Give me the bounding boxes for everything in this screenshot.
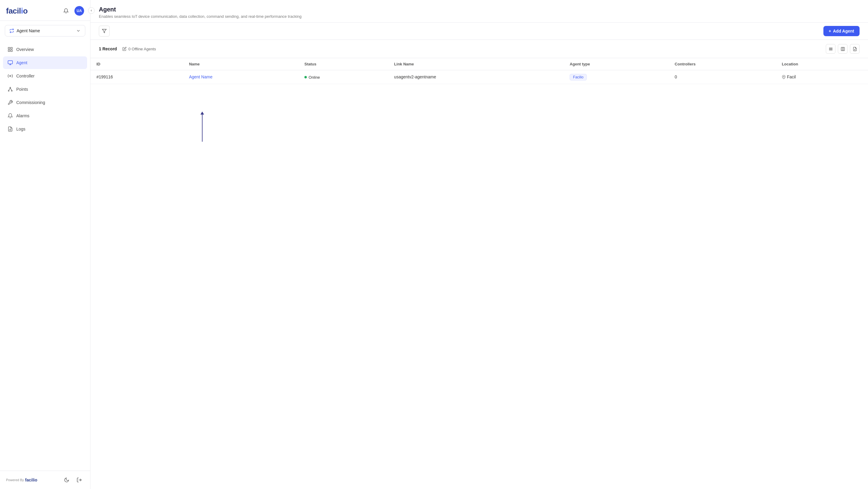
col-status: Status xyxy=(299,58,388,70)
filter-button[interactable] xyxy=(99,26,110,36)
powered-by-logo: facilio xyxy=(25,478,37,482)
dark-mode-button[interactable] xyxy=(62,475,71,485)
add-agent-label: Add Agent xyxy=(833,29,854,33)
cell-controllers: 0 xyxy=(669,70,776,84)
col-location: Location xyxy=(776,58,868,70)
sidebar-item-controller[interactable]: Controller xyxy=(3,70,87,82)
controller-icon xyxy=(7,73,13,79)
svg-point-6 xyxy=(10,87,11,88)
offline-agents-badge[interactable]: 0 Offline Agents xyxy=(122,47,156,51)
sidebar-footer: Powered By facilio xyxy=(0,470,90,489)
table-row: #199116 Agent Name Online usagentv2-agen… xyxy=(90,70,868,84)
table-area: 1 Record 0 Offline Agents xyxy=(90,40,868,489)
add-agent-plus: + xyxy=(829,29,831,33)
agent-name-link[interactable]: Agent Name xyxy=(189,74,213,79)
sidebar-item-logs[interactable]: Logs xyxy=(3,123,87,135)
agent-selector-label: Agent Name xyxy=(17,28,40,33)
col-id: ID xyxy=(90,58,183,70)
edit-icon xyxy=(122,47,127,51)
svg-line-9 xyxy=(9,88,10,90)
svg-rect-3 xyxy=(11,50,12,52)
chevron-down-icon xyxy=(76,28,81,33)
controller-label: Controller xyxy=(16,73,35,79)
add-agent-button[interactable]: + Add Agent xyxy=(824,26,860,36)
agent-type-badge: Facilio xyxy=(569,74,587,81)
rows-filter-icon xyxy=(829,47,833,51)
user-avatar[interactable]: UA xyxy=(74,6,84,16)
sidebar-item-overview[interactable]: Overview xyxy=(3,43,87,56)
page-title: Agent xyxy=(99,6,860,13)
commissioning-icon xyxy=(7,99,13,105)
export-button[interactable] xyxy=(850,44,860,54)
cell-location: Facil xyxy=(776,70,868,84)
location-pin-icon xyxy=(782,75,786,79)
points-label: Points xyxy=(16,87,28,92)
cell-name: Agent Name xyxy=(183,70,299,84)
moon-icon xyxy=(64,477,69,483)
table-header: ID Name Status Link Name Agent type Cont… xyxy=(90,58,868,70)
brand-logo: facilio xyxy=(6,6,28,16)
powered-by-text: Powered By xyxy=(6,478,24,482)
logs-icon xyxy=(7,126,13,132)
sidebar-item-alarms[interactable]: Alarms xyxy=(3,110,87,122)
col-agent-type: Agent type xyxy=(564,58,669,70)
agents-table: ID Name Status Link Name Agent type Cont… xyxy=(90,58,868,84)
sidebar-item-agent[interactable]: Agent xyxy=(3,56,87,69)
status-text: Online xyxy=(309,75,320,80)
commissioning-label: Commissioning xyxy=(16,100,45,105)
svg-point-7 xyxy=(8,90,9,91)
points-icon xyxy=(7,86,13,92)
grid-icon xyxy=(7,47,13,53)
page-header: Agent Enables seamless IoT device commun… xyxy=(90,0,868,23)
table-info-bar: 1 Record 0 Offline Agents xyxy=(90,40,868,58)
record-count: 1 Record xyxy=(99,47,117,51)
cell-id: #199116 xyxy=(90,70,183,84)
collapse-sidebar-button[interactable] xyxy=(88,7,95,14)
switch-icon xyxy=(9,28,14,33)
nav-list: Overview Agent Controller xyxy=(0,41,90,470)
location-text: Facil xyxy=(787,74,796,79)
svg-rect-2 xyxy=(8,50,10,52)
col-name: Name xyxy=(183,58,299,70)
logs-label: Logs xyxy=(16,127,25,131)
filter-icon xyxy=(102,29,107,33)
col-controllers: Controllers xyxy=(669,58,776,70)
filter-rows-button[interactable] xyxy=(826,44,835,54)
annotation-arrow xyxy=(202,115,203,142)
agent-label: Agent xyxy=(16,60,27,65)
sidebar-item-points[interactable]: Points xyxy=(3,83,87,96)
alarms-icon xyxy=(7,113,13,119)
offline-count: 0 Offline Agents xyxy=(128,47,156,51)
svg-marker-14 xyxy=(102,29,106,33)
bell-icon xyxy=(63,8,69,13)
col-link-name: Link Name xyxy=(388,58,564,70)
cell-status: Online xyxy=(299,70,388,84)
svg-rect-4 xyxy=(8,61,13,64)
logout-icon xyxy=(76,477,82,483)
table-body: #199116 Agent Name Online usagentv2-agen… xyxy=(90,70,868,84)
svg-rect-19 xyxy=(841,47,844,50)
agent-name-selector[interactable]: Agent Name xyxy=(5,25,85,36)
alarms-label: Alarms xyxy=(16,113,30,118)
svg-point-23 xyxy=(783,76,784,77)
svg-rect-1 xyxy=(11,47,12,49)
export-icon xyxy=(852,47,857,51)
columns-icon xyxy=(841,47,845,51)
sidebar-item-commissioning[interactable]: Commissioning xyxy=(3,96,87,109)
main-content: Agent Enables seamless IoT device commun… xyxy=(90,0,868,489)
svg-rect-0 xyxy=(8,47,10,49)
cell-agent-type: Facilio xyxy=(564,70,669,84)
cell-link-name: usagentv2-agentname xyxy=(388,70,564,84)
svg-point-8 xyxy=(11,90,12,91)
toolbar: + Add Agent xyxy=(90,23,868,40)
logout-button[interactable] xyxy=(74,475,84,485)
svg-point-5 xyxy=(10,75,11,77)
agent-icon xyxy=(7,60,13,66)
status-dot-online xyxy=(304,76,307,79)
overview-label: Overview xyxy=(16,47,34,52)
notification-bell-button[interactable] xyxy=(61,6,71,16)
svg-line-10 xyxy=(10,88,12,90)
status-badge: Online xyxy=(304,75,320,80)
columns-button[interactable] xyxy=(838,44,847,54)
sidebar-header: facilio UA xyxy=(0,0,90,21)
